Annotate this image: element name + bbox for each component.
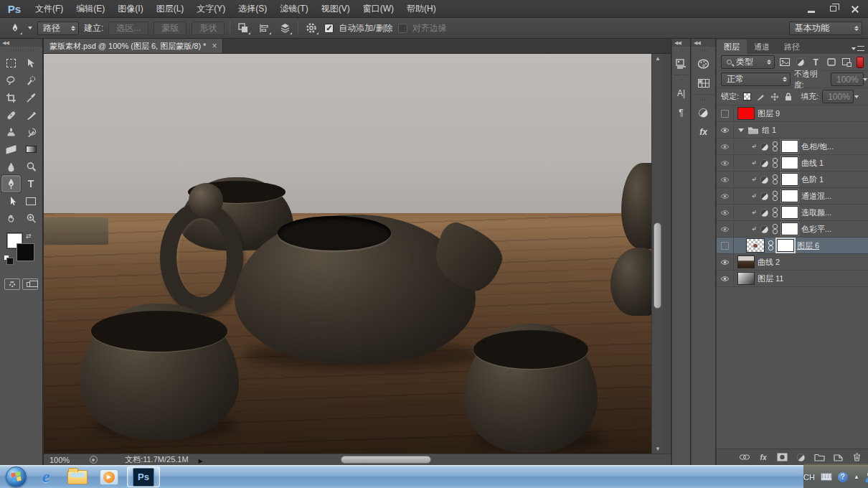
add-mask-icon[interactable] bbox=[776, 451, 788, 463]
make-selection-button[interactable]: 选区... bbox=[108, 22, 148, 35]
layer-row[interactable]: 图层 9 bbox=[717, 105, 868, 122]
fill-select[interactable]: 100% bbox=[822, 90, 854, 103]
tool-mode-select[interactable]: 路径 bbox=[37, 22, 79, 35]
layer-name[interactable]: 色相/饱... bbox=[801, 141, 834, 152]
healing-brush-tool[interactable] bbox=[1, 106, 21, 123]
background-color-swatch[interactable] bbox=[16, 243, 34, 261]
mask-thumbnail-selected[interactable] bbox=[777, 239, 794, 252]
visibility-toggle[interactable] bbox=[717, 238, 734, 254]
history-brush-tool[interactable] bbox=[22, 123, 41, 141]
rectangle-tool[interactable] bbox=[22, 192, 41, 210]
layer-row-selected[interactable]: 图层 6 bbox=[717, 238, 868, 254]
taskbar-media-player-icon[interactable] bbox=[97, 467, 121, 487]
adjustment-layer-row[interactable]: 色相/饱... bbox=[717, 139, 868, 155]
adjustment-layer-row[interactable]: 曲线 1 bbox=[717, 155, 868, 172]
tool-preset-pen-icon[interactable] bbox=[7, 21, 23, 35]
layer-name[interactable]: 通道混... bbox=[801, 191, 831, 202]
lock-position-icon[interactable] bbox=[770, 92, 779, 101]
zoom-tool[interactable] bbox=[22, 210, 41, 227]
menu-layer[interactable]: 图层(L) bbox=[150, 0, 191, 18]
panel-menu-icon[interactable] bbox=[852, 46, 864, 51]
layer-thumbnail[interactable] bbox=[737, 272, 755, 285]
language-indicator[interactable]: CH bbox=[803, 471, 815, 483]
make-mask-button[interactable]: 蒙版 bbox=[154, 22, 187, 35]
paragraph-panel-icon[interactable]: ¶ bbox=[673, 104, 690, 121]
visibility-toggle[interactable] bbox=[717, 271, 734, 287]
swap-colors-icon[interactable]: ⇄ bbox=[26, 233, 32, 240]
gradient-tool[interactable] bbox=[22, 141, 41, 158]
visibility-toggle[interactable] bbox=[717, 139, 734, 155]
minimize-button[interactable] bbox=[801, 2, 822, 15]
close-button[interactable] bbox=[844, 2, 865, 15]
mask-thumbnail[interactable] bbox=[781, 206, 798, 219]
styles-panel-icon[interactable]: fx bbox=[695, 123, 712, 141]
quick-selection-tool[interactable] bbox=[22, 72, 41, 89]
default-colors-icon[interactable] bbox=[4, 255, 9, 261]
eyedropper-tool[interactable] bbox=[22, 89, 41, 106]
layer-style-icon[interactable]: fx bbox=[758, 451, 769, 463]
tab-layers[interactable]: 图层 bbox=[717, 39, 747, 54]
restore-button[interactable] bbox=[822, 2, 844, 15]
document-tab[interactable]: 蒙版素材.psd @ 100% (图层 6, 图层蒙版/8) * × bbox=[44, 39, 223, 53]
eraser-tool[interactable] bbox=[1, 141, 21, 158]
workspace-switcher[interactable]: 基本功能 bbox=[789, 22, 862, 35]
rectangular-marquee-tool[interactable] bbox=[1, 55, 21, 72]
layer-thumbnail[interactable] bbox=[737, 107, 755, 120]
group-row[interactable]: 组 1 bbox=[717, 122, 868, 139]
link-layers-icon[interactable] bbox=[739, 451, 750, 463]
layer-row[interactable]: 曲线 2 bbox=[717, 254, 868, 271]
auto-add-delete-checkbox[interactable] bbox=[324, 24, 334, 33]
layer-name[interactable]: 曲线 1 bbox=[801, 158, 824, 169]
layer-row[interactable]: 图层 11 bbox=[717, 271, 868, 287]
path-alignment-icon[interactable] bbox=[256, 21, 272, 35]
zoom-level[interactable]: 100% bbox=[49, 456, 70, 464]
visibility-toggle[interactable] bbox=[717, 105, 734, 122]
menu-window[interactable]: 窗口(W) bbox=[357, 0, 400, 18]
swatches-panel-icon[interactable] bbox=[695, 75, 712, 92]
mask-thumbnail[interactable] bbox=[781, 222, 798, 235]
layer-thumbnail[interactable] bbox=[746, 238, 765, 253]
menu-filter[interactable]: 滤镜(T) bbox=[273, 0, 314, 18]
menu-edit[interactable]: 编辑(E) bbox=[70, 0, 111, 18]
layer-name[interactable]: 组 1 bbox=[762, 125, 776, 136]
filter-type-layers-icon[interactable]: T bbox=[810, 57, 822, 67]
hand-tool[interactable] bbox=[1, 210, 21, 227]
filtering-toggle-switch[interactable] bbox=[857, 57, 864, 68]
properties-panel-icon[interactable] bbox=[673, 55, 690, 72]
path-arrange-icon[interactable] bbox=[277, 21, 293, 35]
taskbar-ie-icon[interactable]: e bbox=[34, 467, 58, 487]
character-panel-icon[interactable]: A| bbox=[673, 85, 690, 102]
mask-thumbnail[interactable] bbox=[781, 173, 798, 186]
path-operations-icon[interactable] bbox=[235, 21, 251, 35]
lock-paint-icon[interactable] bbox=[756, 92, 765, 101]
adjustments-panel-icon[interactable] bbox=[695, 104, 712, 121]
new-layer-icon[interactable] bbox=[832, 451, 844, 463]
adjustment-layer-row[interactable]: 选取颜... bbox=[717, 205, 868, 221]
preset-caret-icon[interactable] bbox=[28, 27, 32, 29]
layer-name[interactable]: 图层 11 bbox=[758, 273, 783, 284]
layer-name[interactable]: 图层 9 bbox=[758, 108, 780, 119]
gear-icon[interactable] bbox=[303, 21, 319, 35]
visibility-toggle[interactable] bbox=[717, 172, 734, 188]
start-button[interactable] bbox=[6, 466, 27, 487]
toolbox-collapse-icon[interactable] bbox=[0, 39, 42, 47]
vertical-scrollbar[interactable]: ▲ ▼ bbox=[651, 54, 663, 454]
help-icon[interactable]: ? bbox=[838, 471, 848, 483]
scroll-down-icon[interactable]: ▼ bbox=[655, 446, 661, 452]
menu-view[interactable]: 视图(V) bbox=[315, 0, 357, 18]
toolbox-grip[interactable] bbox=[7, 48, 35, 53]
mask-thumbnail[interactable] bbox=[781, 189, 798, 202]
new-group-icon[interactable] bbox=[813, 451, 825, 463]
horizontal-scroll-thumb[interactable] bbox=[341, 456, 431, 464]
lasso-tool[interactable] bbox=[1, 72, 21, 89]
visibility-toggle[interactable] bbox=[717, 254, 734, 271]
lock-transparent-icon[interactable] bbox=[742, 92, 752, 101]
visibility-toggle[interactable] bbox=[717, 205, 734, 221]
filter-type-select[interactable]: 类型 bbox=[721, 55, 775, 69]
taskbar-photoshop-button[interactable]: Ps bbox=[127, 466, 160, 487]
tab-channels[interactable]: 通道 bbox=[747, 39, 777, 54]
filter-pixel-layers-icon[interactable] bbox=[778, 57, 791, 67]
status-menu-icon[interactable] bbox=[189, 456, 203, 464]
menu-file[interactable]: 文件(F) bbox=[29, 0, 70, 18]
visibility-toggle[interactable] bbox=[717, 122, 734, 139]
